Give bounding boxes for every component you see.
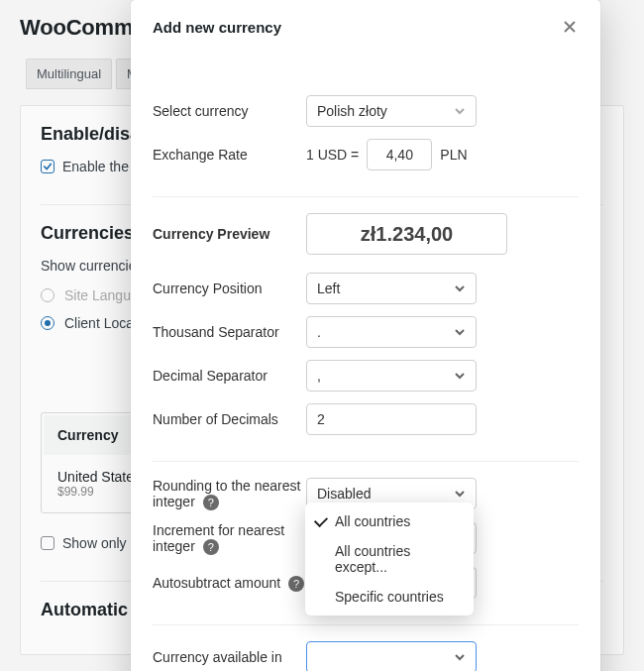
currency-preview: zł1.234,00 bbox=[306, 213, 507, 255]
help-icon[interactable]: ? bbox=[203, 495, 219, 510]
decimal-select[interactable]: , bbox=[306, 360, 477, 391]
available-label: Currency available in bbox=[153, 649, 306, 665]
help-icon[interactable]: ? bbox=[288, 576, 304, 592]
divider bbox=[153, 196, 579, 197]
available-select[interactable] bbox=[306, 641, 477, 671]
num-decimals-input[interactable]: 2 bbox=[306, 403, 477, 435]
divider bbox=[153, 461, 579, 462]
divider bbox=[153, 624, 579, 625]
close-icon[interactable] bbox=[561, 18, 579, 36]
autosub-label: Autosubtract amount ? bbox=[153, 575, 306, 592]
decimal-value: , bbox=[317, 368, 321, 384]
modal-title: Add new currency bbox=[153, 19, 281, 36]
num-decimals-label: Number of Decimals bbox=[153, 411, 306, 427]
exchange-rate-label: Exchange Rate bbox=[153, 147, 306, 163]
select-currency[interactable]: Polish złoty bbox=[306, 95, 477, 127]
thousand-value: . bbox=[317, 324, 321, 340]
chevron-down-icon bbox=[454, 326, 466, 338]
chevron-down-icon bbox=[454, 651, 466, 663]
position-value: Left bbox=[317, 280, 340, 296]
rounding-label: Rounding to the nearest integer ? bbox=[153, 478, 306, 510]
dropdown-option-all[interactable]: All countries bbox=[305, 506, 474, 536]
available-dropdown[interactable]: All countries All countries except... Sp… bbox=[305, 503, 474, 615]
position-label: Currency Position bbox=[153, 280, 306, 296]
dropdown-option-except[interactable]: All countries except... bbox=[305, 536, 474, 582]
select-currency-label: Select currency bbox=[153, 103, 306, 119]
exchange-rate-input[interactable]: 4,40 bbox=[367, 139, 432, 170]
increment-label: Increment for nearest integer ? bbox=[153, 522, 306, 555]
exchange-suffix: PLN bbox=[440, 147, 467, 163]
chevron-down-icon bbox=[454, 488, 466, 500]
position-select[interactable]: Left bbox=[306, 273, 477, 304]
exchange-prefix: 1 USD = bbox=[306, 147, 359, 163]
decimal-label: Decimal Separator bbox=[153, 368, 306, 384]
rounding-value: Disabled bbox=[317, 486, 371, 502]
chevron-down-icon bbox=[454, 370, 466, 382]
thousand-label: Thousand Separator bbox=[153, 324, 306, 340]
select-currency-value: Polish złoty bbox=[317, 103, 387, 119]
preview-label: Currency Preview bbox=[153, 226, 306, 242]
chevron-down-icon bbox=[454, 282, 466, 294]
thousand-select[interactable]: . bbox=[306, 316, 477, 348]
dropdown-option-specific[interactable]: Specific countries bbox=[305, 582, 474, 612]
chevron-down-icon bbox=[454, 105, 466, 117]
help-icon[interactable]: ? bbox=[203, 539, 219, 555]
